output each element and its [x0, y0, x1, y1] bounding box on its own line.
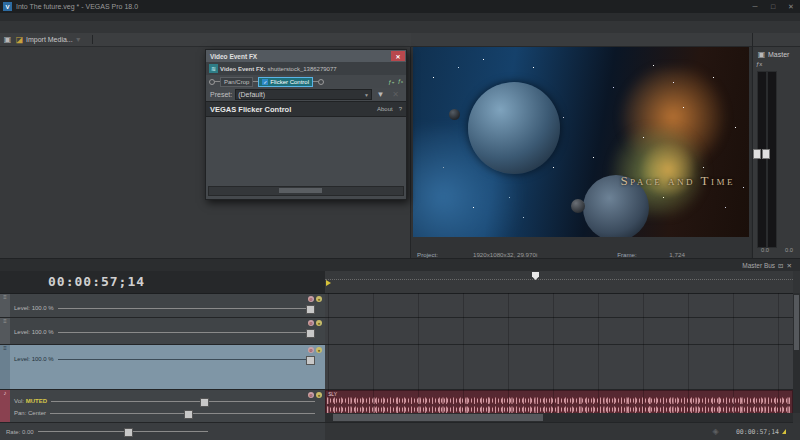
- track-grip-icon[interactable]: ≡: [0, 318, 10, 344]
- cursor-pin-icon: ◈: [710, 427, 721, 437]
- title-bar: V Into The future.veg * - VEGAS Pro 18.0…: [0, 0, 800, 13]
- audio-track-grip-icon[interactable]: ♪: [0, 390, 10, 422]
- video-track-1-lane[interactable]: [325, 294, 793, 318]
- master-toolbar: [753, 33, 800, 47]
- solo-icon[interactable]: ●: [316, 347, 322, 353]
- bus-icon: ▣: [756, 49, 767, 59]
- vol-slider[interactable]: [51, 401, 315, 402]
- mute-icon[interactable]: ⊘: [308, 320, 314, 326]
- master-fader-handles[interactable]: [753, 149, 770, 159]
- video-event-fx-dialog: Video Event FX ✕ ≋ Video Event FX: shutt…: [205, 49, 407, 200]
- preset-row: Preset: (Default)▼ ▼ ✕: [206, 88, 406, 101]
- window-title: Into The future.veg * - VEGAS Pro 18.0: [16, 3, 138, 10]
- tab-master-bus[interactable]: Master Bus ⊡ ✕: [734, 260, 800, 272]
- timecode-display[interactable]: 00:00:57;14: [48, 274, 145, 289]
- rate-label: Rate: 0.00: [6, 429, 34, 435]
- preset-label: Preset:: [210, 91, 232, 98]
- level-slider[interactable]: [58, 332, 315, 333]
- pan-slider[interactable]: [50, 413, 315, 414]
- dialog-title-bar[interactable]: Video Event FX ✕: [206, 50, 406, 62]
- master-fx-icon[interactable]: ƒx: [756, 61, 762, 67]
- save-preset-icon[interactable]: ▼: [375, 90, 386, 100]
- cursor-time-display[interactable]: 00:00:57;14: [736, 428, 779, 436]
- fx-chain-target: shutterstock_1386279077: [268, 66, 337, 72]
- video-preview-frame: Space and Time: [413, 47, 749, 237]
- vol-label: Vol:: [14, 398, 24, 404]
- level-label: Level: 100.0 %: [14, 329, 54, 335]
- waveform-right-channel: [327, 406, 791, 413]
- timeline-transport-bar: ◈ 00:00:57;14: [325, 423, 800, 440]
- pan-label: Pan:: [14, 410, 26, 416]
- rate-control[interactable]: Rate: 0.00: [0, 423, 331, 440]
- scrollbar-thumb[interactable]: [333, 414, 543, 421]
- stars: [413, 47, 414, 48]
- waveform-left-channel: [327, 397, 791, 404]
- master-fader-values: 0.00.0: [753, 247, 800, 253]
- audio-track-header[interactable]: ♪ ⊘● Vol: MUTED Pan: Center: [0, 390, 325, 423]
- track-header-2[interactable]: ≡ ⊘● Level: 100.0 %: [0, 318, 325, 345]
- minimize-button[interactable]: ─: [746, 3, 764, 11]
- meter-scale: [779, 71, 797, 246]
- add-fx-icon[interactable]: ƒ₊: [388, 78, 395, 85]
- chevron-down-icon: ▼: [364, 92, 369, 98]
- rate-slider[interactable]: [38, 431, 208, 432]
- video-track-2-lane[interactable]: [325, 318, 793, 345]
- track-header-1[interactable]: ≡ ⊘● Level: 100.0 %: [0, 294, 325, 318]
- window-buttons: ─□✕: [746, 3, 800, 11]
- close-icon[interactable]: ✕: [787, 262, 792, 270]
- master-bus-name: ▣ Master: [753, 47, 800, 59]
- track-header-3-selected[interactable]: ≡ ⊘● Level: 100.0 %: [0, 345, 325, 390]
- fx-chain-header: ≋ Video Event FX: shutterstock_138627907…: [206, 62, 406, 75]
- menu-bar: [0, 13, 800, 21]
- mute-icon[interactable]: ⊘: [308, 296, 314, 302]
- dock-tab-row: Master Bus ⊡ ✕: [0, 258, 800, 272]
- meter-left: [757, 71, 767, 248]
- media-bin-tree: [0, 47, 62, 257]
- preset-dropdown[interactable]: (Default)▼: [235, 89, 372, 100]
- large-planet: [468, 82, 560, 174]
- video-preview-panel: Space and Time Project: 1920x1080x32, 29…: [411, 33, 751, 258]
- plugin-name: VEGAS Flicker Control: [210, 105, 291, 114]
- import-media-button[interactable]: ◪ Import Media... ▾: [14, 35, 85, 45]
- ruler-ticks: [325, 279, 793, 294]
- track-grip-icon[interactable]: ≡: [0, 294, 10, 317]
- about-link[interactable]: About: [377, 106, 393, 112]
- pan-value: Center: [28, 410, 46, 416]
- timecode-display-box: 00:00:57;14: [0, 271, 325, 294]
- float-icon[interactable]: ⊡: [778, 262, 783, 270]
- chevron-down-icon: ▾: [73, 35, 84, 45]
- flicker-control-plugin-button[interactable]: ✓ Flicker Control: [258, 77, 313, 87]
- track-grip-icon[interactable]: ≡: [0, 345, 10, 389]
- app-icon: V: [3, 2, 12, 11]
- delete-preset-icon[interactable]: ✕: [390, 90, 401, 100]
- level-slider[interactable]: [58, 308, 315, 309]
- mute-icon[interactable]: ⊘: [308, 347, 314, 353]
- moon: [571, 199, 585, 213]
- plugin-enabled-checkbox[interactable]: ✓: [262, 79, 268, 85]
- chain-output-node: [318, 79, 324, 85]
- video-track-3-lane[interactable]: [325, 345, 793, 390]
- fx-chain-label: Video Event FX:: [220, 66, 266, 72]
- level-slider[interactable]: [58, 359, 315, 360]
- warning-triangle-icon: [782, 429, 786, 434]
- fx-chain-icon: ≋: [209, 64, 218, 73]
- dialog-title: Video Event FX: [210, 53, 257, 60]
- vegas-pro-window: V Into The future.veg * - VEGAS Pro 18.0…: [0, 0, 800, 440]
- solo-icon[interactable]: ●: [316, 320, 322, 326]
- level-label: Level: 100.0 %: [14, 356, 54, 362]
- pan-crop-button[interactable]: Pan/Crop: [220, 77, 253, 87]
- close-button[interactable]: ✕: [391, 51, 405, 61]
- dock-icon[interactable]: ▣: [2, 35, 13, 45]
- solo-icon[interactable]: ●: [316, 296, 322, 302]
- help-link[interactable]: ?: [399, 106, 402, 112]
- remove-fx-icon[interactable]: ƒₓ: [398, 78, 403, 85]
- timeline-ruler[interactable]: [325, 271, 793, 294]
- master-meters: [757, 71, 797, 246]
- master-fx-chain: ƒx: [753, 59, 800, 67]
- preview-transport: [411, 239, 751, 250]
- dialog-scrollbar[interactable]: [208, 186, 404, 196]
- close-button[interactable]: ✕: [782, 3, 800, 11]
- timeline-vertical-scrollbar[interactable]: [793, 293, 800, 413]
- maximize-button[interactable]: □: [764, 3, 782, 11]
- timeline-horizontal-scrollbar[interactable]: [325, 413, 793, 422]
